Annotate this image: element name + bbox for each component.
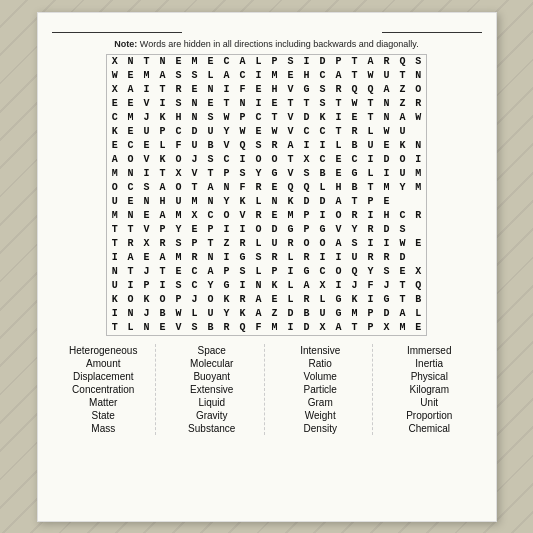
grid-cell: P <box>139 279 155 293</box>
grid-cell: S <box>171 97 187 111</box>
grid-cell: I <box>315 209 331 223</box>
grid-cell: C <box>171 125 187 139</box>
grid-cell: S <box>171 69 187 83</box>
word-item: Weight <box>305 409 336 422</box>
grid-cell: R <box>379 251 395 265</box>
word-search-grid: XNTNEMECALPSIDPTARQSWEMASSLACIMEHCATWUTN… <box>106 54 427 336</box>
grid-cell: M <box>267 321 283 336</box>
grid-cell: U <box>139 125 155 139</box>
grid-cell: N <box>267 195 283 209</box>
grid-cell: F <box>363 279 379 293</box>
grid-cell: R <box>379 54 395 69</box>
grid-cell: N <box>123 54 139 69</box>
word-item: Extensive <box>190 383 233 396</box>
grid-cell <box>411 195 427 209</box>
grid-cell: R <box>363 251 379 265</box>
grid-cell: R <box>411 97 427 111</box>
grid-cell: P <box>203 223 219 237</box>
grid-cell: I <box>155 279 171 293</box>
grid-cell: N <box>187 97 203 111</box>
grid-row: NTJTECAPSLPIGCOQYSEX <box>107 265 427 279</box>
grid-cell: T <box>267 111 283 125</box>
grid-cell: O <box>171 153 187 167</box>
grid-cell: N <box>411 69 427 83</box>
grid-cell: O <box>171 181 187 195</box>
grid-cell: L <box>315 181 331 195</box>
grid-cell: P <box>171 293 187 307</box>
grid-cell: E <box>251 83 267 97</box>
grid-cell: C <box>395 209 411 223</box>
grid-cell: H <box>267 83 283 97</box>
grid-cell: L <box>283 279 299 293</box>
grid-cell: M <box>171 251 187 265</box>
grid-cell: E <box>331 153 347 167</box>
grid-cell: E <box>203 54 219 69</box>
grid-row: UENHUMNYKLNKDDATPE <box>107 195 427 209</box>
grid-cell: H <box>171 111 187 125</box>
word-item: Physical <box>411 370 448 383</box>
grid-cell: J <box>139 307 155 321</box>
grid-cell: J <box>139 265 155 279</box>
grid-cell: R <box>267 139 283 153</box>
grid-cell: X <box>107 83 123 97</box>
grid-cell: D <box>299 195 315 209</box>
grid-cell: N <box>379 97 395 111</box>
grid-cell: Q <box>299 181 315 195</box>
grid-cell: Y <box>219 307 235 321</box>
grid-cell: O <box>251 223 267 237</box>
grid-cell: T <box>203 237 219 251</box>
grid-cell: P <box>363 321 379 336</box>
grid-cell: P <box>363 307 379 321</box>
grid-cell: I <box>363 153 379 167</box>
grid-cell: G <box>299 83 315 97</box>
grid-cell: S <box>251 139 267 153</box>
grid-cell: A <box>219 69 235 83</box>
grid-cell: A <box>155 181 171 195</box>
grid-cell: W <box>267 125 283 139</box>
grid-cell: T <box>123 265 139 279</box>
grid-cell: G <box>379 293 395 307</box>
word-column-1: SpaceMolecularBuoyantExtensiveLiquidGrav… <box>160 344 265 435</box>
grid-cell: Q <box>235 321 251 336</box>
grid-cell: U <box>203 307 219 321</box>
grid-cell: E <box>107 97 123 111</box>
grid-cell: C <box>123 181 139 195</box>
grid-row: INJBWLUYKAZDBUGMPDAL <box>107 307 427 321</box>
grid-cell: X <box>315 321 331 336</box>
grid-cell: W <box>395 237 411 251</box>
grid-cell: I <box>235 153 251 167</box>
grid-cell: E <box>251 125 267 139</box>
grid-cell: V <box>171 321 187 336</box>
grid-cell: U <box>395 167 411 181</box>
grid-cell: B <box>203 321 219 336</box>
word-column-0: HeterogeneousAmountDisplacementConcentra… <box>52 344 157 435</box>
grid-row: TLNEVSBRQFMIDXATPXME <box>107 321 427 336</box>
grid-cell: F <box>235 181 251 195</box>
grid-cell: S <box>139 181 155 195</box>
grid-cell: J <box>187 293 203 307</box>
word-item: Substance <box>188 422 235 435</box>
grid-cell: V <box>283 125 299 139</box>
grid-cell: N <box>411 139 427 153</box>
grid-cell: U <box>347 251 363 265</box>
grid-cell: Y <box>251 167 267 181</box>
grid-cell: T <box>219 97 235 111</box>
grid-cell: J <box>187 153 203 167</box>
grid-cell: E <box>139 251 155 265</box>
grid-row: KOKOPJOKRAELRLGKIGTB <box>107 293 427 307</box>
grid-cell: I <box>219 83 235 97</box>
grid-cell: P <box>331 54 347 69</box>
grid-cell: W <box>107 69 123 83</box>
grid-cell: G <box>331 307 347 321</box>
grid-cell: J <box>347 279 363 293</box>
grid-cell: L <box>155 139 171 153</box>
grid-cell: W <box>219 111 235 125</box>
grid-cell: A <box>283 139 299 153</box>
grid-cell: E <box>347 111 363 125</box>
grid-cell: A <box>379 83 395 97</box>
grid-row: UIPISCYGINKLAXIJFJTQ <box>107 279 427 293</box>
grid-cell: M <box>267 69 283 83</box>
grid-cell: J <box>379 279 395 293</box>
grid-cell: T <box>331 125 347 139</box>
grid-cell: I <box>379 237 395 251</box>
